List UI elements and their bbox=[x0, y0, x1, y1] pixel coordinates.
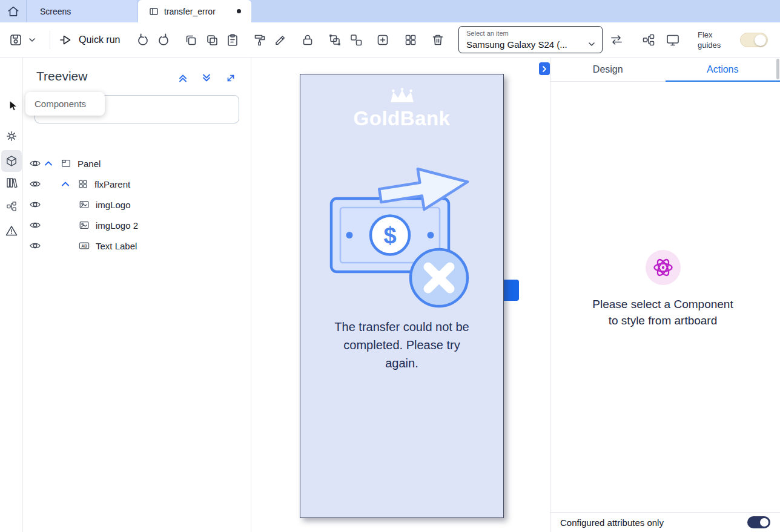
chevron-up-icon[interactable] bbox=[42, 157, 55, 169]
mouse-cursor bbox=[9, 100, 19, 112]
tab-screens[interactable]: Screens bbox=[27, 0, 138, 22]
edit-skin-button[interactable] bbox=[273, 33, 288, 47]
tree-item-label: flxParent bbox=[94, 179, 130, 189]
inspector-tabs: Design Actions bbox=[550, 57, 780, 82]
artboard-img-logo[interactable]: GoldBank bbox=[300, 88, 503, 130]
visibility-eye-icon[interactable] bbox=[29, 157, 41, 169]
tree-item-label: Panel bbox=[78, 159, 101, 169]
settings-gear-icon[interactable] bbox=[5, 130, 18, 142]
layout-grid-button[interactable] bbox=[403, 33, 418, 47]
inspector-footer: Configured attributes only bbox=[550, 512, 780, 532]
copy-skin-button[interactable] bbox=[253, 33, 267, 47]
image-icon bbox=[79, 199, 90, 210]
text-label-icon: AB bbox=[79, 240, 90, 251]
treeview-panel: Treeview Panel flxParent imgLogo bbox=[23, 57, 251, 532]
expand-all-button[interactable] bbox=[200, 72, 213, 84]
hierarchy-view-button[interactable] bbox=[641, 33, 656, 47]
lock-button[interactable] bbox=[300, 33, 315, 47]
left-icon-rail bbox=[0, 57, 23, 532]
tree-row-imglogo2[interactable]: imgLogo 2 bbox=[23, 215, 251, 235]
artboard-text-label[interactable]: The transfer could not be completed. Ple… bbox=[329, 318, 474, 372]
device-selector[interactable]: Select an item Samsung Galaxy S24 (... bbox=[458, 26, 603, 53]
panel-icon bbox=[61, 158, 71, 169]
widget-tree: Panel flxParent imgLogo imgLogo 2 bbox=[23, 153, 251, 256]
group-button[interactable] bbox=[328, 33, 342, 47]
flex-guides-label: Flex guides bbox=[698, 30, 729, 50]
quick-run-label: Quick run bbox=[79, 34, 120, 45]
configured-attributes-label: Configured attributes only bbox=[560, 517, 747, 528]
treeview-title: Treeview bbox=[36, 69, 87, 84]
tree-item-label: Text Label bbox=[96, 241, 137, 251]
toggle-knob bbox=[755, 34, 766, 46]
tab-actions[interactable]: Actions bbox=[666, 57, 780, 81]
flex-container-icon bbox=[78, 179, 88, 189]
crown-icon bbox=[389, 88, 415, 103]
tree-row-panel[interactable]: Panel bbox=[23, 153, 251, 174]
tree-row-textlabel[interactable]: AB Text Label bbox=[23, 235, 251, 256]
main-toolbar: Quick run Select an item Samsung Galaxy … bbox=[0, 22, 780, 57]
tree-item-label: imgLogo bbox=[96, 200, 131, 210]
empty-state-text: Please select a Component to style from … bbox=[587, 296, 739, 329]
brand-name: GoldBank bbox=[300, 107, 503, 130]
chevron-down-icon bbox=[587, 40, 596, 48]
chevron-right-icon bbox=[541, 65, 547, 73]
warnings-icon[interactable] bbox=[5, 225, 18, 237]
device-selector-value: Samsung Galaxy S24 (... bbox=[466, 39, 567, 50]
tab-screens-label: Screens bbox=[40, 7, 71, 16]
undo-button[interactable] bbox=[136, 33, 150, 47]
artboard-img-logo-2[interactable]: $ bbox=[326, 164, 477, 312]
unsaved-dot bbox=[237, 9, 241, 13]
screen-tab-icon bbox=[149, 7, 159, 16]
expand-panel-button[interactable] bbox=[225, 72, 237, 84]
ungroup-button[interactable] bbox=[349, 33, 363, 47]
configured-attributes-toggle[interactable] bbox=[747, 516, 770, 528]
visibility-eye-icon[interactable] bbox=[29, 178, 41, 190]
preview-monitor-button[interactable] bbox=[666, 33, 680, 47]
tab-transfer-error[interactable]: transfer_error bbox=[138, 0, 251, 22]
paste-button[interactable] bbox=[225, 33, 240, 47]
components-icon[interactable] bbox=[5, 155, 18, 167]
atom-icon bbox=[651, 255, 675, 280]
visibility-eye-icon[interactable] bbox=[29, 199, 41, 211]
flex-guides-toggle[interactable] bbox=[740, 33, 768, 47]
add-widget-button[interactable] bbox=[375, 33, 390, 47]
tab-design[interactable]: Design bbox=[550, 57, 666, 81]
quick-run-button[interactable]: Quick run bbox=[58, 22, 120, 57]
device-selector-label: Select an item bbox=[466, 30, 509, 37]
tab-transfer-error-label: transfer_error bbox=[164, 7, 216, 16]
duplicate-button[interactable] bbox=[205, 33, 219, 47]
panel-expander-button[interactable] bbox=[539, 62, 550, 75]
toolbar-separator bbox=[50, 31, 50, 49]
tree-row-imglogo[interactable]: imgLogo bbox=[23, 194, 251, 215]
switch-orientation-button[interactable] bbox=[609, 33, 624, 47]
atom-icon-badge bbox=[646, 250, 681, 285]
properties-panel: Design Actions Please select a Component… bbox=[550, 57, 780, 532]
navigator-tree-icon[interactable] bbox=[5, 200, 18, 212]
image-icon bbox=[79, 220, 90, 231]
quick-run-icon bbox=[58, 33, 73, 47]
empty-state: Please select a Component to style from … bbox=[550, 250, 775, 329]
home-icon bbox=[7, 5, 20, 18]
dollar-sign: $ bbox=[383, 223, 396, 248]
tree-row-flxparent[interactable]: flxParent bbox=[23, 174, 251, 194]
collapse-all-button[interactable] bbox=[177, 72, 189, 84]
toggle-knob bbox=[760, 518, 768, 527]
copy-button[interactable] bbox=[183, 33, 198, 47]
artboard-transfer-error[interactable]: GoldBank $ The transfer could not be com… bbox=[300, 74, 504, 518]
scrollbar-thumb[interactable] bbox=[776, 59, 779, 79]
delete-button[interactable] bbox=[431, 33, 445, 47]
home-tab[interactable] bbox=[0, 0, 27, 22]
tree-item-label: imgLogo 2 bbox=[96, 220, 138, 231]
save-menu-chevron-icon[interactable] bbox=[28, 33, 36, 47]
svg-text:AB: AB bbox=[81, 244, 87, 248]
templates-library-icon[interactable] bbox=[5, 177, 18, 189]
top-tab-bar: Screens transfer_error bbox=[0, 0, 780, 22]
chevron-up-icon[interactable] bbox=[59, 178, 71, 190]
visibility-eye-icon[interactable] bbox=[29, 240, 41, 252]
components-tooltip: Components bbox=[25, 92, 105, 116]
save-button[interactable] bbox=[8, 33, 23, 47]
visibility-eye-icon[interactable] bbox=[29, 219, 41, 231]
redo-button[interactable] bbox=[156, 33, 171, 47]
